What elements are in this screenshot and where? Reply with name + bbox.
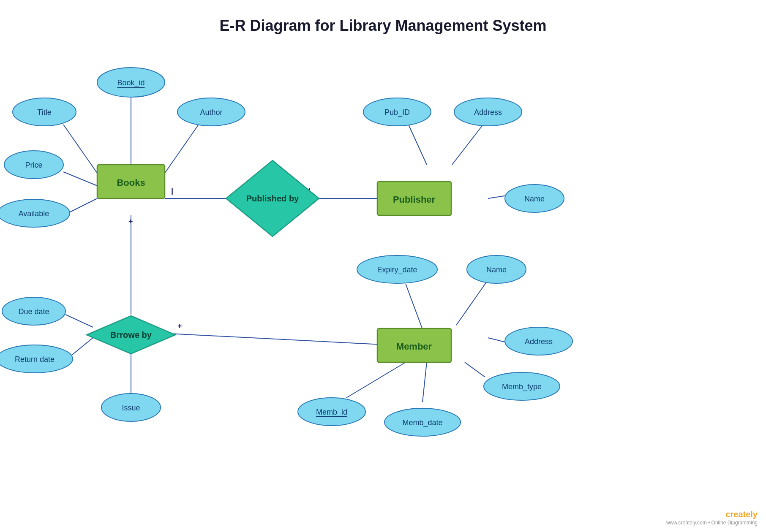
svg-line-16	[65, 315, 93, 327]
attr-memb-id-label: Memb_id	[316, 408, 347, 417]
svg-text:+: +	[128, 217, 133, 225]
svg-line-1	[63, 125, 97, 173]
brand-name: creately	[725, 510, 758, 519]
svg-line-17	[70, 338, 93, 357]
attr-price-label: Price	[25, 161, 42, 169]
attr-pub-name-label: Name	[524, 195, 545, 203]
attr-mem-address-label: Address	[525, 337, 553, 346]
attr-memb-type-label: Memb_type	[502, 383, 542, 391]
svg-line-22	[465, 362, 485, 377]
attr-issue-label: Issue	[122, 404, 140, 412]
attr-pub-address-label: Address	[474, 108, 502, 117]
brand-tagline: www.creately.com • Online Diagramming	[666, 520, 758, 526]
svg-line-3	[63, 172, 97, 186]
svg-line-24	[423, 362, 427, 402]
svg-text:+: +	[177, 322, 182, 330]
svg-line-19	[406, 284, 423, 329]
attr-pub-id-label: Pub_ID	[384, 108, 410, 117]
diagram-container: E-R Diagram for Library Management Syste…	[0, 0, 766, 532]
svg-line-23	[346, 362, 406, 398]
attr-author-label: Author	[200, 108, 222, 117]
svg-line-4	[68, 198, 97, 213]
attr-title-label: Title	[37, 108, 51, 117]
entity-books-label: Books	[117, 177, 145, 188]
er-diagram-svg: | | + +	[0, 0, 766, 532]
attr-return-date-label: Return date	[15, 355, 55, 364]
relation-brrowe-by-label: Brrowe by	[110, 330, 152, 339]
attr-mem-name-label: Name	[486, 266, 507, 274]
entity-publisher-label: Publisher	[393, 194, 436, 205]
svg-text:|: |	[171, 187, 173, 195]
watermark: creately www.creately.com • Online Diagr…	[666, 510, 758, 526]
svg-line-11	[488, 195, 507, 198]
entity-member-label: Member	[396, 341, 432, 352]
attr-expiry-date-label: Expiry_date	[377, 266, 417, 274]
attr-book-id-label: Book_id	[117, 79, 144, 87]
svg-line-21	[488, 338, 505, 342]
relation-published-by-label: Published by	[246, 194, 299, 203]
attr-available-label: Available	[19, 209, 49, 218]
attr-memb-date-label: Memb_date	[402, 418, 442, 427]
svg-line-20	[456, 283, 486, 325]
svg-line-2	[165, 125, 199, 173]
attr-due-date-label: Due date	[18, 307, 49, 316]
